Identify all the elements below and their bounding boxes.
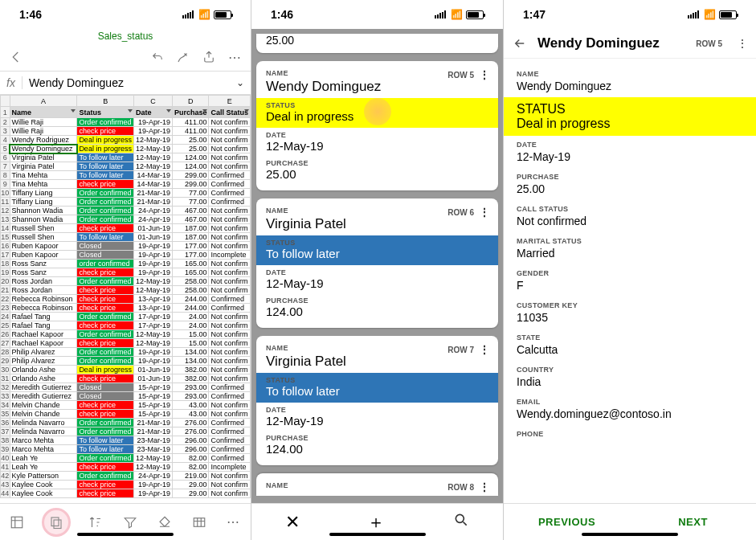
row-number[interactable]: 34 [1, 401, 10, 410]
date-cell[interactable]: 19-Apr-19 [133, 268, 172, 277]
date-cell[interactable]: 01-Jun-19 [133, 374, 172, 383]
row-number[interactable]: 4 [1, 136, 10, 145]
date-cell[interactable]: 15-Apr-19 [133, 392, 172, 401]
callstatus-cell[interactable]: Not confirm [209, 321, 251, 330]
table-header[interactable]: Name [10, 107, 77, 118]
row-number[interactable]: 15 [1, 233, 10, 242]
callstatus-cell[interactable]: Not confirm [209, 136, 251, 145]
status-band[interactable]: STATUSTo follow later [256, 235, 498, 265]
table-row[interactable]: 28Philip AlvarezOrder confirmed19-Apr-19… [1, 348, 251, 357]
date-cell[interactable]: 12-May-19 [133, 162, 172, 171]
purchase-cell[interactable]: 77.00 [172, 189, 209, 198]
callstatus-cell[interactable]: Confirmed [209, 383, 251, 392]
table-row[interactable]: 23Rebecca Robinsoncheck price13-Apr-1924… [1, 304, 251, 313]
date-cell[interactable]: 24-Apr-19 [133, 207, 172, 215]
date-cell[interactable]: 21-Mar-19 [133, 189, 172, 198]
purchase-cell[interactable]: 187.00 [172, 224, 209, 233]
detail-field[interactable]: STATECalcutta [504, 329, 756, 361]
callstatus-cell[interactable]: Not confirm [209, 224, 251, 233]
date-cell[interactable]: 12-May-19 [133, 136, 172, 145]
callstatus-cell[interactable]: Not confirm [209, 348, 251, 357]
name-cell[interactable]: Philip Alvarez [10, 357, 77, 366]
date-cell[interactable]: 15-Apr-19 [133, 410, 172, 419]
status-cell[interactable]: Order confirmed [77, 454, 134, 463]
name-cell[interactable]: Virginia Patel [10, 162, 77, 171]
name-cell[interactable]: Rebecca Robinson [10, 304, 77, 313]
purchase-cell[interactable]: 382.00 [172, 366, 209, 374]
detail-field[interactable]: EMAILWendy.dominguez@contoso.in [504, 393, 756, 425]
table-row[interactable]: 19Ross Sanzcheck price19-Apr-19165.00Not… [1, 268, 251, 277]
name-cell[interactable]: Rachael Kapoor [10, 330, 77, 339]
callstatus-cell[interactable]: Not confirm [209, 127, 251, 136]
record-card[interactable]: NAMEVirginia PatelROW 6 ⋮ STATUSTo follo… [256, 198, 498, 328]
corner-cell[interactable] [1, 96, 10, 107]
status-cell[interactable]: To follow later [77, 162, 134, 171]
row-number[interactable]: 2 [1, 118, 10, 127]
home-indicator[interactable] [582, 533, 678, 536]
status-cell[interactable]: To follow later [77, 153, 134, 162]
status-cell[interactable]: To follow later [77, 445, 134, 454]
name-cell[interactable]: Orlando Ashe [10, 374, 77, 383]
row-number[interactable]: 29 [1, 357, 10, 366]
table-row[interactable]: 15Russell ShenTo follow later01-Jun-1918… [1, 233, 251, 242]
col-header[interactable]: E [209, 96, 251, 107]
name-cell[interactable]: Leah Ye [10, 463, 77, 472]
home-indicator[interactable] [329, 533, 426, 536]
row-number[interactable]: 37 [1, 428, 10, 436]
status-cell[interactable]: Order confirmed [77, 277, 134, 286]
purchase-cell[interactable]: 187.00 [172, 233, 209, 242]
callstatus-cell[interactable]: Confirmed [209, 454, 251, 463]
purchase-cell[interactable]: 43.00 [172, 410, 209, 419]
purchase-cell[interactable]: 134.00 [172, 357, 209, 366]
table-row[interactable]: 8Tina MehtaTo follow later14-Mar-19299.0… [1, 171, 251, 180]
row-number[interactable]: 7 [1, 162, 10, 171]
date-cell[interactable]: 12-May-19 [133, 454, 172, 463]
name-cell[interactable]: Kyle Patterson [10, 472, 77, 481]
purchase-cell[interactable]: 219.00 [172, 472, 209, 481]
table-row[interactable]: 18Ross Sanzorder confirmed19-Apr-19165.0… [1, 260, 251, 268]
row-number[interactable]: 10 [1, 189, 10, 198]
table-row[interactable]: 21Ross Jordancheck price12-May-19258.00N… [1, 286, 251, 295]
row-number[interactable]: 19 [1, 268, 10, 277]
table-row[interactable]: 27Rachael Kapoorcheck price12-May-1915.0… [1, 339, 251, 348]
date-cell[interactable]: 01-Jun-19 [133, 224, 172, 233]
row-number[interactable]: 28 [1, 348, 10, 357]
status-cell[interactable]: Order confirmed [77, 207, 134, 215]
date-cell[interactable]: 19-Apr-19 [133, 118, 172, 127]
callstatus-cell[interactable]: Confirmed [209, 419, 251, 428]
date-cell[interactable]: 13-Apr-19 [133, 304, 172, 313]
col-header[interactable]: D [172, 96, 209, 107]
row-number[interactable]: 13 [1, 215, 10, 224]
table-row[interactable]: 37Melinda NavarroOrder confirmed21-Mar-1… [1, 428, 251, 436]
callstatus-cell[interactable]: Not confirm [209, 145, 251, 153]
table-row[interactable]: 9Tina Mehtacheck price14-Mar-19299.00Con… [1, 180, 251, 189]
callstatus-cell[interactable]: Not confirm [209, 260, 251, 268]
purchase-cell[interactable]: 29.00 [172, 489, 209, 498]
name-cell[interactable]: Orlando Ashe [10, 366, 77, 374]
date-cell[interactable]: 12-May-19 [133, 339, 172, 348]
callstatus-cell[interactable]: Not confirm [209, 277, 251, 286]
name-cell[interactable]: Willie Raji [10, 127, 77, 136]
callstatus-cell[interactable]: Not confirm [209, 374, 251, 383]
name-cell[interactable]: Shannon Wadia [10, 215, 77, 224]
name-cell[interactable]: Rebecca Robinson [10, 295, 77, 304]
purchase-cell[interactable]: 177.00 [172, 242, 209, 251]
status-cell[interactable]: Closed [77, 383, 134, 392]
row-number[interactable]: 16 [1, 242, 10, 251]
row-number[interactable]: 12 [1, 207, 10, 215]
table-row[interactable]: 44Kaylee Cookcheck price19-Apr-1929.00No… [1, 489, 251, 498]
name-cell[interactable]: Virginia Patel [10, 153, 77, 162]
table-row[interactable]: 34Melvin Chandecheck price15-Apr-1943.00… [1, 401, 251, 410]
card-partial-top[interactable]: 25.00 [256, 34, 498, 53]
home-indicator[interactable] [77, 533, 174, 536]
purchase-cell[interactable]: 165.00 [172, 268, 209, 277]
callstatus-cell[interactable]: Confirmed [209, 445, 251, 454]
name-cell[interactable]: Tiffany Liang [10, 198, 77, 207]
cards-view-icon[interactable] [42, 508, 71, 537]
purchase-cell[interactable]: 82.00 [172, 463, 209, 472]
table-row[interactable]: 29Philip AlvarezOrder confirmed19-Apr-19… [1, 357, 251, 366]
row-number[interactable]: 31 [1, 374, 10, 383]
status-band[interactable]: STATUSTo follow later [256, 373, 498, 403]
row-number[interactable]: 1 [1, 107, 10, 118]
close-icon[interactable]: ✕ [285, 512, 300, 533]
